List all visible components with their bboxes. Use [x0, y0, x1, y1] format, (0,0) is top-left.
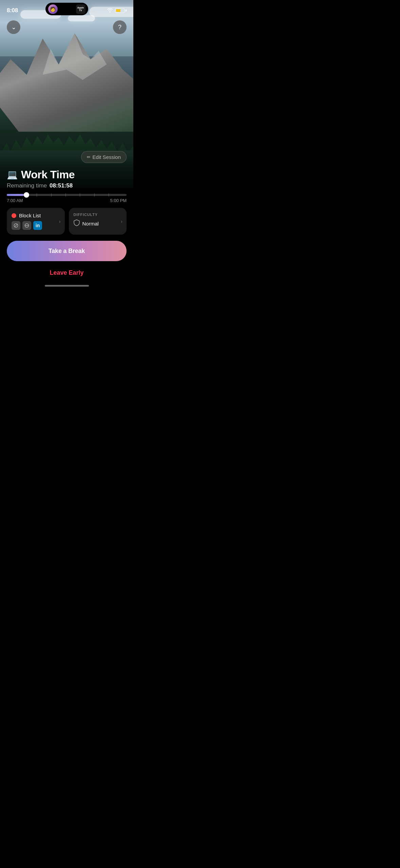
remaining-time-value: 08:51:58	[50, 182, 73, 189]
time-labels: 7:00 AM 5:00 PM	[7, 198, 127, 203]
progress-container	[7, 194, 127, 196]
edit-session-button[interactable]: ✏ Edit Session	[81, 151, 127, 163]
chevron-down-icon: ⌄	[11, 23, 16, 31]
end-time-label: 5:00 PM	[110, 198, 127, 203]
start-time-label: 7:00 AM	[7, 198, 23, 203]
difficulty-chevron: ›	[121, 219, 122, 224]
difficulty-value-row: Normal	[74, 219, 122, 228]
block-dot-icon	[12, 213, 16, 218]
block-list-header: Block List	[12, 213, 60, 218]
collapse-button[interactable]: ⌄	[7, 20, 20, 34]
tick-6	[109, 193, 109, 197]
content-area: ✏ Edit Session 💻 Work Time Remaining tim…	[0, 151, 133, 289]
status-time: 8:08	[7, 7, 18, 14]
remaining-time-row: Remaining time 08:51:58	[7, 182, 127, 189]
question-mark-icon: ?	[118, 24, 121, 31]
session-header: 💻 Work Time	[7, 168, 127, 181]
remaining-label: Remaining time	[7, 182, 47, 189]
progress-track	[7, 194, 127, 196]
cards-row: Block List in	[7, 208, 127, 235]
mountain-main	[0, 28, 133, 132]
battery-body	[115, 8, 125, 13]
take-break-label: Take a Break	[49, 248, 85, 255]
screen: 8:08 🧑 Apple TV	[0, 0, 133, 289]
block-list-card[interactable]: Block List in	[7, 208, 65, 235]
block-list-chevron: ›	[59, 219, 61, 224]
battery-indicator	[115, 8, 127, 13]
svg-line-1	[15, 224, 17, 227]
block-icons-row: in	[12, 221, 60, 230]
mountain	[0, 28, 133, 132]
tick-2	[51, 193, 52, 197]
difficulty-label: DIFFICULTY	[74, 213, 122, 217]
leave-early-label: Leave Early	[50, 269, 83, 276]
slash-circle-icon	[22, 221, 31, 230]
edit-session-label: Edit Session	[93, 154, 121, 160]
linkedin-icon: in	[33, 221, 42, 230]
ban-icon	[12, 221, 20, 230]
difficulty-value: Normal	[82, 221, 99, 227]
progress-thumb[interactable]	[24, 192, 29, 198]
leave-early-button[interactable]: Leave Early	[7, 267, 127, 279]
battery-fill	[116, 9, 120, 12]
avatar-emoji: 🧑	[50, 6, 56, 12]
dynamic-island-avatar: 🧑	[48, 4, 58, 14]
tick-1	[37, 193, 37, 197]
apple-tv-icon: Apple TV	[76, 4, 85, 14]
edit-session-container: ✏ Edit Session	[7, 151, 127, 163]
block-list-label: Block List	[19, 213, 41, 218]
session-emoji: 💻	[7, 169, 18, 180]
status-bar: 8:08 🧑 Apple TV	[0, 0, 133, 17]
difficulty-card[interactable]: DIFFICULTY Normal ›	[69, 208, 127, 235]
pencil-icon: ✏	[87, 155, 91, 160]
tick-4	[80, 193, 80, 197]
shield-icon	[74, 219, 80, 228]
tick-5	[94, 193, 95, 197]
home-indicator	[45, 285, 89, 287]
battery-tip	[126, 10, 127, 12]
wifi-icon	[107, 8, 113, 14]
progress-fill	[7, 194, 27, 196]
take-break-button[interactable]: Take a Break	[7, 241, 127, 261]
status-indicators	[107, 8, 127, 14]
apple-tv-label: Apple TV	[76, 6, 85, 12]
help-button[interactable]: ?	[113, 20, 127, 34]
tick-3	[65, 193, 66, 197]
dynamic-island: 🧑 Apple TV	[45, 3, 88, 15]
session-title: Work Time	[21, 168, 75, 181]
